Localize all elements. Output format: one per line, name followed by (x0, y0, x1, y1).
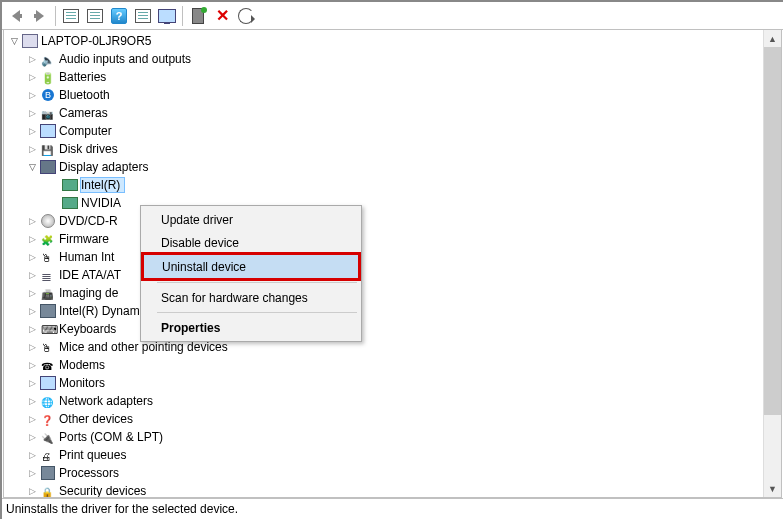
scroll-thumb[interactable] (764, 47, 781, 415)
expand-toggle[interactable] (26, 287, 39, 300)
expand-toggle[interactable] (26, 413, 39, 426)
ctx-disable-device[interactable]: Disable device (143, 231, 359, 254)
ctx-update-driver[interactable]: Update driver (143, 208, 359, 231)
tree-item-cameras[interactable]: Cameras (4, 104, 763, 122)
tree-item-intel-gpu[interactable]: Intel(R) (4, 176, 763, 194)
expand-toggle[interactable] (26, 323, 39, 336)
scan-button[interactable] (131, 5, 155, 27)
x-icon: ✕ (216, 8, 229, 24)
tree-item-ide-ata[interactable]: IDE ATA/AT (4, 266, 763, 284)
tree-item-security[interactable]: Security devices (4, 482, 763, 497)
enable-button[interactable] (186, 5, 210, 27)
uninstall-button[interactable]: ✕ (210, 5, 234, 27)
expand-toggle[interactable] (26, 269, 39, 282)
ctx-scan-hardware[interactable]: Scan for hardware changes (143, 286, 359, 309)
tree-item-dvd[interactable]: DVD/CD-R (4, 212, 763, 230)
ctx-item-label: Properties (161, 321, 220, 335)
expand-toggle[interactable] (26, 161, 39, 174)
scroll-down-button[interactable]: ▼ (764, 480, 781, 497)
help-button[interactable]: ? (107, 5, 131, 27)
ctx-item-label: Scan for hardware changes (161, 291, 308, 305)
expand-toggle[interactable] (26, 233, 39, 246)
tree-item-disk-drives[interactable]: Disk drives (4, 140, 763, 158)
expand-toggle[interactable] (8, 35, 21, 48)
rescan-button[interactable] (234, 5, 258, 27)
tree-item-mice[interactable]: Mice and other pointing devices (4, 338, 763, 356)
tree-item-bluetooth[interactable]: Bluetooth (4, 86, 763, 104)
expand-toggle[interactable] (26, 251, 39, 264)
expand-toggle[interactable] (26, 305, 39, 318)
tree-item-dptf[interactable]: Intel(R) Dynamic Platform and Thermal Fr… (4, 302, 763, 320)
expand-toggle[interactable] (26, 467, 39, 480)
help-icon: ? (111, 8, 127, 24)
tree-item-other[interactable]: Other devices (4, 410, 763, 428)
tree-item-label: Monitors (59, 376, 109, 390)
list-icon (135, 9, 151, 23)
tree-item-label: Display adapters (59, 160, 152, 174)
vertical-scrollbar[interactable]: ▲ ▼ (763, 30, 781, 497)
tree-item-batteries[interactable]: Batteries (4, 68, 763, 86)
expand-toggle[interactable] (26, 449, 39, 462)
expand-toggle[interactable] (26, 359, 39, 372)
forward-button[interactable] (28, 5, 52, 27)
imaging-icon (40, 285, 56, 301)
tree-item-keyboards[interactable]: Keyboards (4, 320, 763, 338)
keyboard-icon (40, 321, 56, 337)
tree-item-imaging[interactable]: Imaging de (4, 284, 763, 302)
tree-item-audio[interactable]: Audio inputs and outputs (4, 50, 763, 68)
tree-item-label: Bluetooth (59, 88, 114, 102)
tree-item-label: Batteries (59, 70, 110, 84)
tree-item-hid[interactable]: Human Int (4, 248, 763, 266)
tree-item-print-queues[interactable]: Print queues (4, 446, 763, 464)
network-icon (40, 393, 56, 409)
scroll-up-button[interactable]: ▲ (764, 30, 781, 47)
expand-toggle[interactable] (26, 53, 39, 66)
tree-item-label: Ports (COM & LPT) (59, 430, 167, 444)
ctx-item-label: Update driver (161, 213, 233, 227)
expand-toggle[interactable] (26, 107, 39, 120)
tree-root[interactable]: LAPTOP-0LJR9OR5 (4, 32, 763, 50)
tree-item-label: Firmware (59, 232, 113, 246)
status-text: Uninstalls the driver for the selected d… (6, 502, 238, 516)
ctx-properties[interactable]: Properties (143, 316, 359, 339)
arrow-right-icon (36, 10, 44, 22)
tree-item-modems[interactable]: Modems (4, 356, 763, 374)
cpu-icon (40, 465, 56, 481)
expand-toggle[interactable] (26, 377, 39, 390)
tree-item-label: Mice and other pointing devices (59, 340, 232, 354)
ctx-separator (157, 312, 357, 313)
tree-item-label: DVD/CD-R (59, 214, 122, 228)
tree-item-computer[interactable]: Computer (4, 122, 763, 140)
modem-icon (40, 357, 56, 373)
tree-item-processors[interactable]: Processors (4, 464, 763, 482)
view-button-1[interactable] (59, 5, 83, 27)
expand-toggle[interactable] (26, 89, 39, 102)
ctx-uninstall-device[interactable]: Uninstall device (141, 252, 361, 281)
back-button[interactable] (4, 5, 28, 27)
update-driver-button[interactable] (155, 5, 179, 27)
ctx-item-label: Uninstall device (162, 260, 246, 274)
list-icon (63, 9, 79, 23)
tree-item-network[interactable]: Network adapters (4, 392, 763, 410)
tree-item-ports[interactable]: Ports (COM & LPT) (4, 428, 763, 446)
tree-item-label: Security devices (59, 484, 150, 497)
tree-item-firmware[interactable]: Firmware (4, 230, 763, 248)
tree-item-nvidia-gpu[interactable]: NVIDIA (4, 194, 763, 212)
view-button-2[interactable] (83, 5, 107, 27)
gpu-icon (62, 195, 78, 211)
refresh-icon (238, 8, 254, 24)
expand-toggle[interactable] (26, 341, 39, 354)
expand-toggle[interactable] (26, 431, 39, 444)
toolbar-separator (182, 6, 183, 26)
expand-toggle[interactable] (26, 215, 39, 228)
status-bar: Uninstalls the driver for the selected d… (2, 498, 783, 519)
tree-item-display-adapters[interactable]: Display adapters (4, 158, 763, 176)
expand-toggle[interactable] (26, 143, 39, 156)
expand-toggle[interactable] (26, 125, 39, 138)
scroll-track[interactable] (764, 47, 781, 480)
expand-toggle (48, 179, 61, 192)
expand-toggle[interactable] (26, 395, 39, 408)
expand-toggle[interactable] (26, 485, 39, 498)
tree-item-monitors[interactable]: Monitors (4, 374, 763, 392)
expand-toggle[interactable] (26, 71, 39, 84)
